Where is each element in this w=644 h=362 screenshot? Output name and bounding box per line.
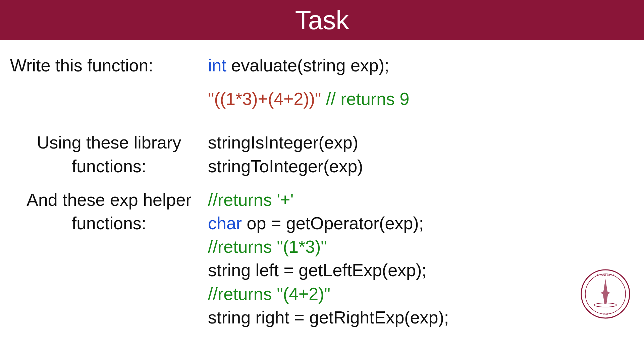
label-write-function: Write this function: [10,54,208,77]
slide-title: Task [295,5,349,36]
signature-rest: evaluate(string exp); [226,56,389,75]
library-lines: stringIsInteger(exp) stringToInteger(exp… [208,131,634,178]
helper-lines: //returns '+' char op = getOperator(exp)… [208,188,634,329]
row-write-function: Write this function: int evaluate(string… [10,54,634,77]
example-comment: // returns 9 [326,89,410,109]
slide-header: Task [0,0,644,40]
helper-line-6: string right = getRightExp(exp); [208,306,634,329]
example-string: "((1*3)+(4+2))" [208,89,326,109]
slide-content: Write this function: int evaluate(string… [0,40,644,329]
row-helpers: And these exp helper functions: //return… [10,188,634,329]
label-helpers: And these exp helper functions: [10,188,208,235]
example-line: "((1*3)+(4+2))" // returns 9 [208,87,634,111]
signature-line: int evaluate(string exp); [208,54,634,77]
lib-line-1: stringIsInteger(exp) [208,131,634,154]
row-library: Using these library functions: stringIsI… [10,131,634,178]
label-library: Using these library functions: [10,131,208,178]
keyword-int: int [208,56,226,75]
lib-line-2: stringToInteger(exp) [208,155,634,178]
svg-text:STANFORD: STANFORD [597,273,614,277]
keyword-char: char [208,214,242,233]
helper-line-2-rest: op = getOperator(exp); [242,214,424,233]
helper-line-2: char op = getOperator(exp); [208,212,634,235]
svg-text:1891: 1891 [603,313,608,316]
stanford-seal-icon: STANFORD 1891 [580,269,631,319]
helper-comment-3: //returns "(1*3)" [208,235,634,258]
helper-line-4: string left = getLeftExp(exp); [208,258,634,282]
helper-comment-5: //returns "(4+2)" [208,282,634,306]
helper-comment-1: //returns '+' [208,188,634,212]
row-example: "((1*3)+(4+2))" // returns 9 [10,87,634,111]
